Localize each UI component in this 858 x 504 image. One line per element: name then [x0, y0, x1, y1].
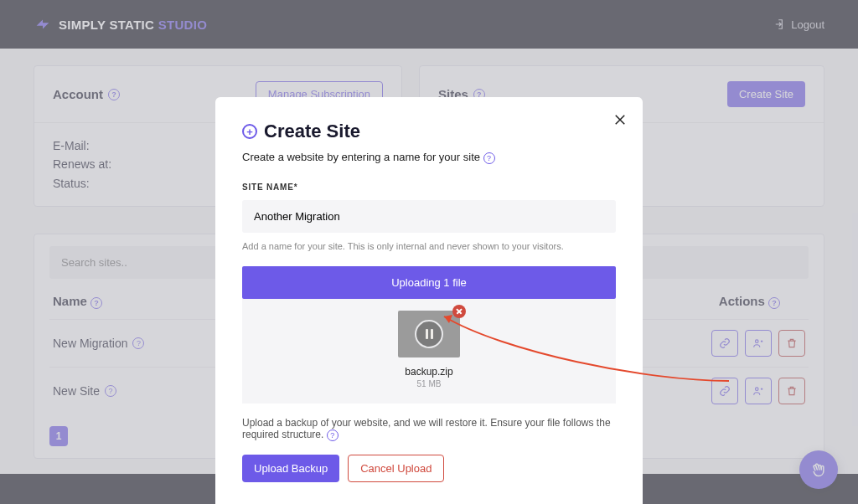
upload-backup-button[interactable]: Upload Backup [242, 455, 339, 482]
close-button[interactable] [612, 112, 628, 131]
site-name-hint: Add a name for your site. This is only i… [242, 241, 616, 251]
pause-icon [426, 329, 433, 339]
modal-title: + Create Site [242, 121, 616, 142]
upload-dropzone[interactable]: backup.zip 51 MB [242, 299, 616, 404]
help-icon[interactable]: ? [483, 152, 495, 164]
file-name: backup.zip [242, 366, 616, 378]
site-name-input[interactable] [242, 200, 616, 233]
file-thumbnail [398, 311, 460, 357]
plus-circle-icon: + [242, 124, 257, 139]
upload-status-banner: Uploading 1 file [242, 266, 616, 299]
remove-file-button[interactable] [452, 305, 466, 318]
pause-upload-button[interactable] [415, 320, 443, 348]
modal-overlay[interactable]: + Create Site Create a website by enteri… [0, 0, 858, 504]
create-site-modal: + Create Site Create a website by enteri… [215, 97, 643, 504]
modal-subtitle: Create a website by entering a name for … [242, 151, 616, 164]
site-name-label: SITE NAME* [242, 183, 616, 192]
upload-hint: Upload a backup of your website, and we … [242, 417, 616, 441]
cancel-upload-button[interactable]: Cancel Upload [348, 455, 444, 482]
file-size: 51 MB [242, 379, 616, 388]
close-icon [612, 112, 628, 127]
help-icon[interactable]: ? [327, 429, 339, 441]
